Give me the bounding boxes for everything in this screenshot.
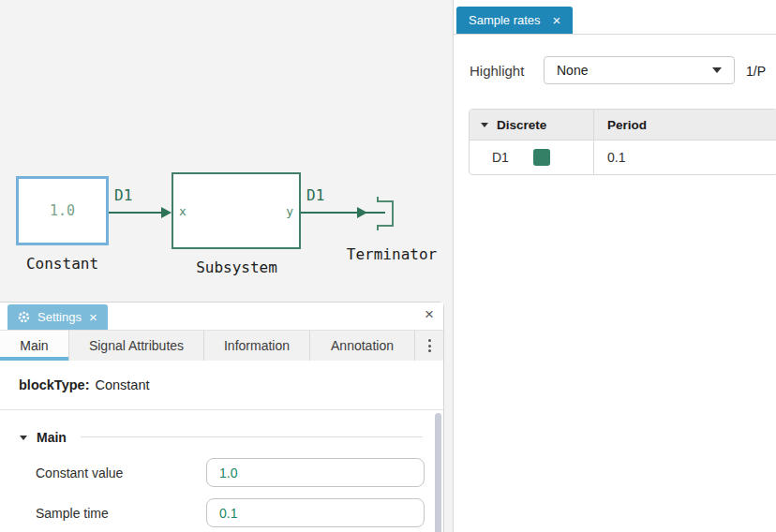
block-type-label: blockType:	[19, 377, 89, 392]
gear-icon	[18, 311, 30, 323]
rate-period: 0.1	[607, 150, 625, 165]
section-main-header[interactable]: Main	[20, 430, 67, 445]
terminator-icon	[378, 197, 393, 230]
column-header-discrete[interactable]: Discrete	[470, 110, 593, 140]
tab-settings[interactable]: Settings ×	[7, 304, 108, 330]
sample-time-input[interactable]	[206, 498, 425, 527]
settings-panel-header: Settings × ×	[0, 303, 443, 330]
sample-time-label: Sample time	[36, 506, 109, 521]
tab-sample-rates-label: Sample rates	[469, 13, 541, 27]
sample-rates-panel: Sample rates × Highlight None 1/P Discre…	[453, 0, 776, 532]
highlight-label: Highlight	[470, 63, 524, 79]
terminator-block-label: Terminator	[345, 245, 439, 263]
rate-name-cell: D1	[470, 140, 593, 174]
subsystem-block[interactable]: x y	[172, 172, 301, 249]
tab-signal-attributes[interactable]: Signal Attributes	[69, 331, 204, 361]
close-icon[interactable]: ×	[89, 310, 97, 324]
block-type-value: Constant	[95, 377, 149, 392]
section-divider	[81, 436, 423, 437]
column-header-period-label: Period	[607, 118, 647, 132]
signal-arrowhead-1	[161, 207, 172, 218]
tab-settings-label: Settings	[37, 310, 82, 324]
table-row[interactable]: D1 0.1	[470, 140, 776, 174]
simulink-editor: 1.0 Constant D1 x y Subsystem D1 Termina…	[0, 0, 776, 532]
settings-content: Main Constant value Sample time	[0, 410, 443, 532]
tab-annotation[interactable]: Annotation	[310, 331, 415, 361]
subsystem-output-port: y	[286, 204, 293, 218]
constant-value-label: Constant value	[36, 466, 123, 480]
panel-divider	[454, 34, 776, 35]
tab-main[interactable]: Main	[0, 331, 69, 361]
section-main-title: Main	[37, 430, 67, 445]
signal-label-d1-1[interactable]: D1	[114, 186, 132, 204]
tab-information-label: Information	[224, 338, 290, 353]
rate-name: D1	[492, 150, 509, 165]
tab-main-label: Main	[20, 338, 48, 353]
highlight-dropdown-value: None	[557, 63, 588, 78]
tab-information[interactable]: Information	[204, 331, 310, 361]
collapse-icon	[20, 436, 27, 440]
tab-signal-attributes-label: Signal Attributes	[89, 338, 184, 353]
column-header-discrete-label: Discrete	[497, 118, 546, 132]
constant-block-label: Constant	[16, 255, 109, 273]
close-icon[interactable]: ×	[425, 306, 434, 322]
tab-annotation-label: Annotation	[331, 338, 394, 353]
rate-color-swatch	[533, 149, 550, 166]
subsystem-block-label: Subsystem	[150, 259, 323, 276]
rate-legend: 1/P	[746, 64, 766, 79]
signal-arrowhead-2	[357, 207, 367, 218]
settings-tabstrip: Main Signal Attributes Information Annot…	[0, 330, 443, 361]
block-type-row: blockType: Constant	[0, 361, 443, 410]
column-header-period[interactable]: Period	[593, 110, 776, 140]
signal-label-d1-2[interactable]: D1	[306, 186, 324, 204]
collapse-icon	[481, 123, 488, 127]
settings-scrollbar[interactable]	[435, 413, 441, 532]
constant-block-value: 1.0	[50, 202, 75, 219]
close-icon[interactable]: ×	[553, 13, 561, 27]
tab-sample-rates[interactable]: Sample rates ×	[456, 7, 573, 34]
table-header-row: Discrete Period	[470, 110, 776, 140]
constant-block[interactable]: 1.0	[16, 176, 109, 245]
settings-panel: Settings × × Main Signal Attributes Info…	[0, 302, 444, 532]
chevron-down-icon	[712, 67, 722, 73]
kebab-icon	[428, 339, 431, 352]
subsystem-input-port: x	[179, 204, 187, 218]
highlight-dropdown[interactable]: None	[544, 56, 735, 84]
sample-rates-table: Discrete Period D1 0.1	[469, 109, 776, 175]
rate-period-cell: 0.1	[593, 140, 776, 174]
constant-value-input[interactable]	[206, 458, 425, 487]
tab-overflow-menu[interactable]	[415, 331, 443, 361]
